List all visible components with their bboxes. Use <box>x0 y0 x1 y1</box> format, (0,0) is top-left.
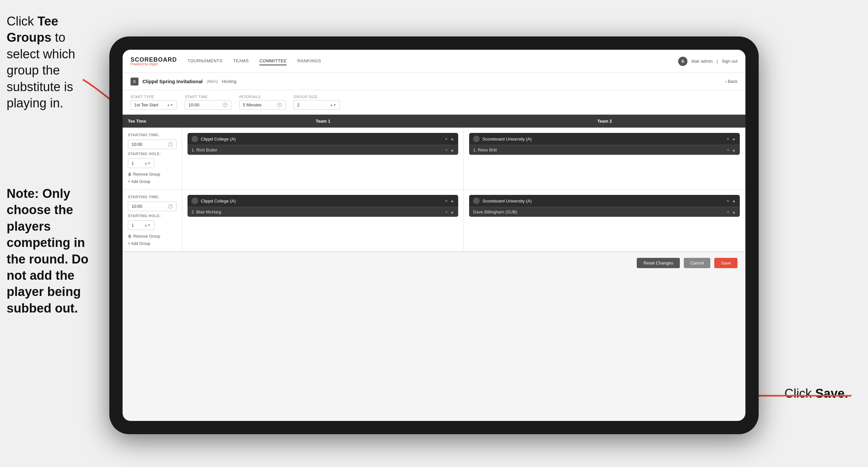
event-title: Clippd Spring Invitational <box>143 79 203 84</box>
starting-hole-input-2[interactable]: 1 ▲▼ <box>128 221 154 230</box>
starting-time-input-2[interactable]: 10:05 🕐 <box>128 202 177 211</box>
player-remove-3[interactable]: × <box>445 210 447 214</box>
team2-name-1: Scoreboard University (A) <box>483 137 724 142</box>
player-arrow-4[interactable]: ▲ <box>732 210 736 214</box>
hosting-label: Hosting <box>222 79 237 84</box>
event-gender: (Men) <box>207 79 218 84</box>
footer: Reset Changes Cancel Save <box>123 252 745 274</box>
player-name-4: Dave Billingham (SUB) <box>473 209 724 214</box>
team1-col-1: Clippd College (A) × ▲ 1. Rich Butler × … <box>182 127 464 189</box>
trash-icon-2: 🗑 <box>128 234 132 239</box>
start-type-spinner: ▲▼ <box>167 103 173 107</box>
team1-card-1: Clippd College (A) × ▲ 1. Rich Butler × … <box>187 133 458 155</box>
time-column-1: STARTING TIME: 10:00 🕐 STARTING HOLE: 1 … <box>123 127 182 189</box>
starting-hole-input-1[interactable]: 1 ▲▼ <box>128 158 154 168</box>
team1-header: Team 1 <box>182 115 464 127</box>
time-column-2: STARTING TIME: 10:05 🕐 STARTING HOLE: 1 … <box>123 189 182 251</box>
start-time-label: Start Time <box>185 95 231 99</box>
team2-icon-2 <box>473 198 480 204</box>
config-bar: Start Type 1st Tee Start ▲▼ Start Time 1… <box>123 90 745 115</box>
clock-icon-2: 🕐 <box>277 103 282 107</box>
group-size-input[interactable]: 2 ▲▼ <box>293 100 340 110</box>
team1-icon-2 <box>191 198 198 204</box>
team2-icon-1 <box>473 136 480 142</box>
team1-remove-2[interactable]: × <box>445 198 447 204</box>
cancel-button[interactable]: Cancel <box>684 258 710 268</box>
nav-logo: SCOREBOARD Powered by clippd <box>130 57 177 66</box>
team2-col-2: Scoreboard University (A) × ▲ Dave Billi… <box>464 189 745 251</box>
team2-remove-2[interactable]: × <box>726 198 729 204</box>
player-remove-4[interactable]: × <box>727 210 729 214</box>
team1-icon-1 <box>191 136 198 142</box>
note-bold-prefix: Note: Only choose the players competing … <box>7 186 89 315</box>
start-type-field: Start Type 1st Tee Start ▲▼ <box>130 95 177 110</box>
start-time-field: Start Time 10:00 🕐 <box>185 95 231 110</box>
team1-remove-1[interactable]: × <box>445 136 447 142</box>
player-row-1: 1. Rich Butler × ▲ <box>187 145 458 155</box>
user-name: blair admin <box>691 59 713 64</box>
subheader-badge: B <box>130 78 138 86</box>
tablet-device: SCOREBOARD Powered by clippd TOURNAMENTS… <box>109 36 759 434</box>
team2-card-1: Scoreboard University (A) × ▲ 1. Rees Br… <box>469 133 740 155</box>
user-avatar: B <box>678 57 687 66</box>
nav-rankings[interactable]: RANKINGS <box>297 57 321 65</box>
player-arrow-1[interactable]: ▲ <box>450 148 454 152</box>
team1-actions-1: × ▲ <box>445 136 454 142</box>
logo-powered-by: Powered by clippd <box>130 63 177 66</box>
add-group-button-1[interactable]: + Add Group <box>128 179 177 184</box>
navbar: SCOREBOARD Powered by clippd TOURNAMENTS… <box>123 50 745 73</box>
add-group-button-2[interactable]: + Add Group <box>128 241 177 246</box>
start-time-input[interactable]: 10:00 🕐 <box>185 100 231 110</box>
team1-actions-2: × ▲ <box>445 198 454 204</box>
starting-time-label-1: STARTING TIME: <box>128 133 177 137</box>
nav-committee[interactable]: COMMITTEE <box>259 57 287 65</box>
group-size-label: Group Size <box>293 95 340 99</box>
player-row-2: 1. Rees Britt × ▲ <box>469 145 740 155</box>
team1-name-2: Clippd College (A) <box>201 199 442 204</box>
nav-teams[interactable]: TEAMS <box>233 57 249 65</box>
remove-group-button-2[interactable]: 🗑 Remove Group <box>128 234 177 239</box>
back-button[interactable]: ‹ Back <box>725 79 738 84</box>
clock-icon-3: 🕐 <box>168 142 173 147</box>
nav-tournaments[interactable]: TOURNAMENTS <box>187 57 223 65</box>
start-type-input[interactable]: 1st Tee Start ▲▼ <box>130 100 177 110</box>
clock-icon: 🕐 <box>222 103 227 107</box>
tee-group-row-2: STARTING TIME: 10:05 🕐 STARTING HOLE: 1 … <box>123 189 745 252</box>
tee-groups-bold: Tee Groups <box>7 14 58 45</box>
start-type-label: Start Type <box>130 95 177 99</box>
team2-card-2: Scoreboard University (A) × ▲ Dave Billi… <box>469 195 740 217</box>
team2-expand-1[interactable]: ▲ <box>732 137 736 141</box>
team2-remove-1[interactable]: × <box>726 136 729 142</box>
intervals-field: Intervals 5 Minutes 🕐 <box>239 95 286 110</box>
sign-out-link[interactable]: Sign out <box>721 59 738 64</box>
starting-hole-label-2: STARTING HOLE: <box>128 214 177 218</box>
instruction-note: Note: Only choose the players competing … <box>0 179 106 323</box>
tee-group-row: STARTING TIME: 10:00 🕐 STARTING HOLE: 1 … <box>123 127 745 189</box>
player-row-4: Dave Billingham (SUB) × ▲ <box>469 207 740 217</box>
hole-spinner-1: ▲▼ <box>144 162 151 165</box>
team1-name-1: Clippd College (A) <box>201 137 442 142</box>
clock-icon-4: 🕐 <box>168 204 173 209</box>
save-button[interactable]: Save <box>714 258 738 268</box>
player-arrow-2[interactable]: ▲ <box>732 148 736 152</box>
team2-name-2: Scoreboard University (A) <box>483 199 724 204</box>
nav-items: TOURNAMENTS TEAMS COMMITTEE RANKINGS <box>187 57 678 65</box>
team1-expand-1[interactable]: ▲ <box>450 137 454 141</box>
player-remove-2[interactable]: × <box>727 148 729 152</box>
player-arrow-3[interactable]: ▲ <box>450 210 454 214</box>
player-name-2: 1. Rees Britt <box>473 147 724 152</box>
team2-expand-2[interactable]: ▲ <box>732 199 736 203</box>
team1-card-2: Clippd College (A) × ▲ 2. Blair McHarg ×… <box>187 195 458 217</box>
team1-expand-2[interactable]: ▲ <box>450 199 454 203</box>
group-size-field: Group Size 2 ▲▼ <box>293 95 340 110</box>
team2-card-header-2: Scoreboard University (A) × ▲ <box>469 195 740 207</box>
remove-group-button-1[interactable]: 🗑 Remove Group <box>128 172 177 177</box>
starting-time-input-1[interactable]: 10:00 🕐 <box>128 140 177 149</box>
player-name-3: 2. Blair McHarg <box>191 209 443 214</box>
team2-actions-1: × ▲ <box>726 136 736 142</box>
reset-changes-button[interactable]: Reset Changes <box>637 258 680 268</box>
intervals-input[interactable]: 5 Minutes 🕐 <box>239 100 286 110</box>
player-name-1: 1. Rich Butler <box>191 147 443 152</box>
player-remove-1[interactable]: × <box>445 148 447 152</box>
player-row-3: 2. Blair McHarg × ▲ <box>187 207 458 217</box>
